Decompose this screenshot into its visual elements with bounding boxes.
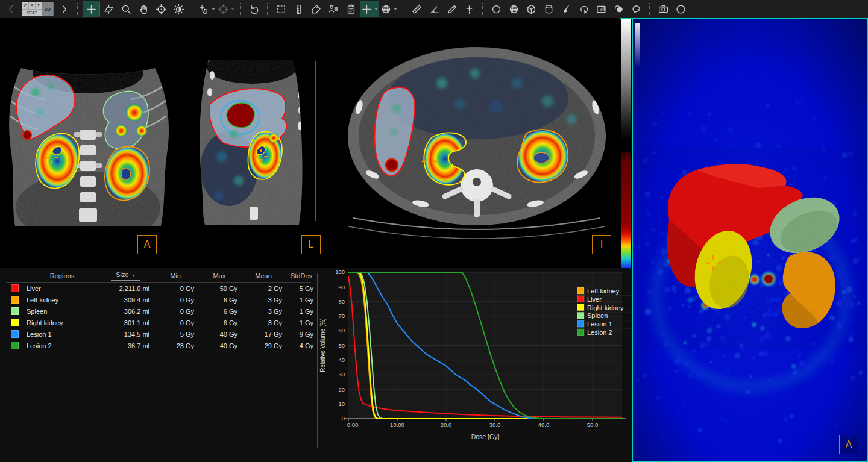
region-row-lesion-2[interactable]: Lesion 236.7 ml23 Gy40 Gy29 Gy4 Gy	[0, 340, 317, 351]
toolbar-separator	[267, 3, 268, 15]
zoom-tool[interactable]	[118, 1, 134, 17]
svg-text:Relative Volume [%]: Relative Volume [%]	[319, 318, 326, 372]
region-size: 36.7 ml	[98, 342, 153, 349]
marker-tool[interactable]	[461, 1, 477, 17]
region-name: Lesion 2	[27, 342, 98, 349]
localize-tool[interactable]	[217, 1, 235, 17]
column-header-mean[interactable]: Mean	[241, 272, 286, 279]
roi-cube-tool[interactable]	[523, 1, 539, 17]
report-tool-icon	[345, 4, 357, 15]
region-row-right-kidney[interactable]: Right kidney301.1 ml0 Gy6 Gy3 Gy1 Gy	[0, 317, 317, 328]
region-max: 40 Gy	[198, 331, 241, 338]
column-header-stddev[interactable]: StdDev	[286, 272, 317, 279]
sphere-display-tool[interactable]	[380, 1, 398, 17]
measure-length-tool[interactable]	[409, 1, 425, 17]
region-row-spleen[interactable]: Spleen306.2 ml0 Gy6 Gy3 Gy1 Gy	[0, 305, 317, 317]
scale-tool[interactable]	[291, 1, 307, 17]
window-level-tool[interactable]	[171, 1, 187, 17]
region-row-left-kidney[interactable]: Left kidney309.4 ml0 Gy6 Gy3 Gy1 Gy	[0, 294, 317, 305]
measure-angle-tool[interactable]	[426, 1, 442, 17]
legend-swatch	[577, 287, 584, 294]
svg-text:40.0: 40.0	[538, 422, 550, 428]
roi-sphere-tool[interactable]	[506, 1, 522, 17]
probe-tool[interactable]	[198, 1, 216, 17]
contour-star-tool[interactable]	[628, 1, 644, 17]
measure-angle-tool-icon	[429, 4, 440, 15]
tag-tool[interactable]	[308, 1, 324, 17]
region-max: 6 Gy	[198, 308, 241, 315]
axial-fusion-image	[336, 35, 620, 248]
flip-view-tool[interactable]	[101, 1, 117, 17]
contour-fill-tool[interactable]	[611, 1, 627, 17]
localize-tool-icon	[218, 4, 229, 15]
svg-text:40: 40	[338, 357, 345, 363]
liver-hotspot	[386, 159, 398, 171]
orientation-label-3d: A	[839, 435, 858, 454]
viewport-sagittal[interactable]	[192, 57, 317, 226]
roi-circle-tool-icon	[491, 4, 502, 15]
dvh-plot: 01020304050607080901000.0010.0020.030.04…	[318, 268, 632, 462]
column-header-max[interactable]: Max	[198, 272, 241, 279]
svg-text:0: 0	[342, 415, 345, 422]
layout-3d-button[interactable]: 3D	[42, 2, 54, 16]
histogram-tool[interactable]	[593, 1, 609, 17]
region-max: 40 Gy	[198, 342, 241, 349]
reset-view-tool[interactable]	[246, 1, 262, 17]
region-row-lesion-1[interactable]: Lesion 1134.5 ml5 Gy40 Gy17 Gy9 Gy	[0, 328, 317, 340]
dropdown-caret-icon[interactable]	[231, 8, 234, 10]
region-min: 0 Gy	[153, 296, 198, 304]
svg-text:20: 20	[338, 386, 345, 393]
contour-star-tool-icon	[631, 4, 642, 15]
dvh-chart: 01020304050607080901000.0010.0020.030.04…	[318, 268, 632, 462]
screenshot-tool[interactable]	[655, 1, 671, 17]
svg-text:50.0: 50.0	[587, 422, 599, 428]
legend-label: Lesion 1	[587, 320, 612, 328]
point-tool-icon	[361, 4, 373, 15]
coronal-fusion-image	[3, 57, 173, 226]
nav-back[interactable]	[3, 1, 19, 17]
pan-tool[interactable]	[136, 1, 152, 17]
layout-selector: CSTSTAT3D	[22, 2, 54, 16]
render-grayscale-bar	[635, 23, 640, 68]
dropdown-caret-icon[interactable]	[394, 8, 397, 10]
roi-circle-tool[interactable]	[488, 1, 505, 17]
layout-planes-button[interactable]: CSTSTAT	[22, 2, 42, 16]
fit-view-tool[interactable]	[273, 1, 289, 17]
lesion2-contour	[227, 103, 254, 128]
column-header-size[interactable]: Size▾	[98, 271, 153, 281]
legend-swatch	[577, 329, 584, 336]
column-header-min[interactable]: Min	[153, 272, 198, 279]
recenter-tool[interactable]	[153, 1, 169, 17]
viewport-coronal[interactable]	[3, 57, 173, 226]
viewport-3d[interactable]: A	[632, 18, 868, 462]
region-max: 6 Gy	[198, 319, 241, 326]
roi-cylinder-tool[interactable]	[541, 1, 557, 17]
report-tool[interactable]	[343, 1, 359, 17]
region-mean: 2 Gy	[241, 285, 286, 292]
region-row-liver[interactable]: Liver2,211.0 ml0 Gy50 Gy2 Gy5 Gy	[0, 283, 317, 294]
patient-list-tool[interactable]	[326, 1, 342, 17]
roi-sphere-tool-icon	[508, 4, 520, 15]
record-tool[interactable]	[673, 1, 689, 17]
legend-label: Spleen	[587, 312, 608, 319]
viewport-axial[interactable]	[336, 35, 620, 248]
draw-tool[interactable]	[444, 1, 460, 17]
contour-fill-tool-icon	[613, 4, 624, 15]
paint-tool[interactable]	[558, 1, 574, 17]
sphere-display-tool-icon	[380, 4, 392, 15]
nav-forward[interactable]	[56, 1, 72, 17]
edge-line	[315, 61, 316, 221]
measure-length-tool-icon	[411, 4, 423, 15]
column-header-regions[interactable]: Regions	[27, 272, 98, 279]
contour-select-tool[interactable]	[576, 1, 592, 17]
liver-hotspot	[23, 131, 31, 139]
crosshair-tool[interactable]	[83, 1, 99, 17]
legend-swatch	[577, 296, 584, 302]
dropdown-caret-icon[interactable]	[374, 8, 378, 10]
orientation-label-coronal: A	[137, 235, 157, 254]
dose-colormap-colorbar	[621, 152, 631, 268]
point-tool[interactable]	[360, 1, 379, 17]
dropdown-caret-icon[interactable]	[212, 8, 215, 10]
svg-text:80: 80	[338, 298, 345, 305]
legend-swatch	[577, 304, 584, 311]
